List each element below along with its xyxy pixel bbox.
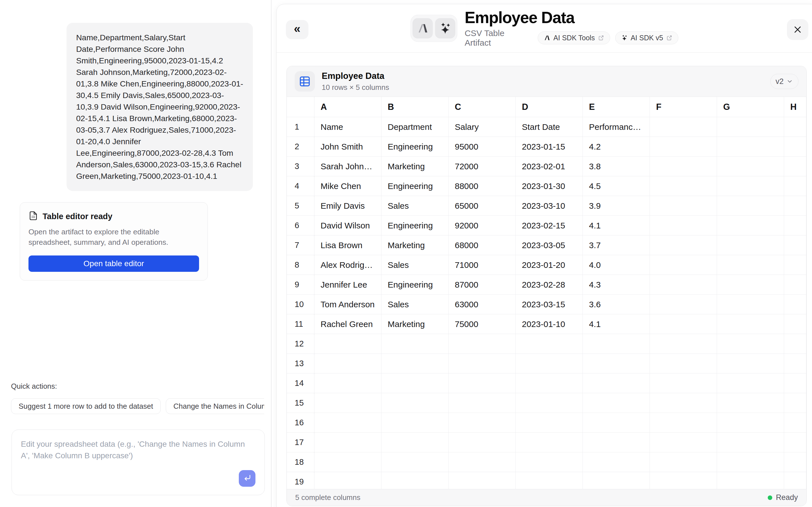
version-select[interactable]: v2 [770, 74, 799, 89]
grid-cell[interactable] [650, 137, 717, 157]
grid-cell[interactable] [650, 295, 717, 314]
grid-cell[interactable]: 2023-03-10 [516, 196, 583, 216]
grid-cell[interactable] [314, 452, 382, 472]
quick-action-change-names[interactable]: Change the Names in Column A [166, 398, 264, 414]
grid-cell[interactable]: 2023-01-30 [516, 176, 583, 196]
grid-cell[interactable]: 72000 [449, 157, 516, 176]
column-header-b[interactable]: B [382, 97, 449, 117]
grid-cell[interactable]: 2023-01-10 [516, 314, 583, 334]
row-number[interactable]: 12 [287, 334, 314, 354]
grid-cell[interactable] [650, 117, 717, 137]
grid-cell[interactable] [650, 196, 717, 216]
grid-cell[interactable] [449, 354, 516, 374]
grid-cell[interactable]: Sales [382, 255, 449, 275]
row-number[interactable]: 10 [287, 295, 314, 314]
grid-cell[interactable] [516, 472, 583, 489]
grid-cell[interactable] [784, 157, 806, 176]
row-number[interactable]: 13 [287, 354, 314, 374]
grid-cell[interactable] [717, 176, 784, 196]
grid-cell[interactable]: Marketing [382, 157, 449, 176]
grid-cell[interactable] [583, 472, 650, 489]
grid-cell[interactable]: Lisa Brown [314, 235, 382, 255]
column-header-a[interactable]: A [314, 97, 382, 117]
grid-cell[interactable] [583, 354, 650, 374]
grid-cell[interactable] [717, 472, 784, 489]
grid-cell[interactable] [650, 275, 717, 295]
grid-cell[interactable] [516, 413, 583, 433]
composer-input[interactable] [12, 430, 264, 495]
grid-cell[interactable]: 3.6 [583, 295, 650, 314]
grid-cell[interactable] [717, 255, 784, 275]
grid-cell[interactable]: Alex Rodriguez [314, 255, 382, 275]
row-number[interactable]: 5 [287, 196, 314, 216]
row-number[interactable]: 8 [287, 255, 314, 275]
grid-cell[interactable]: Emily Davis [314, 196, 382, 216]
grid-cell[interactable]: 4.1 [583, 314, 650, 334]
grid-cell[interactable] [650, 255, 717, 275]
grid-cell[interactable] [449, 472, 516, 489]
grid-cell[interactable]: Sarah Johnson [314, 157, 382, 176]
grid-cell[interactable]: 75000 [449, 314, 516, 334]
grid-cell[interactable] [784, 413, 806, 433]
column-header-g[interactable]: G [717, 97, 784, 117]
grid-cell[interactable]: Name [314, 117, 382, 137]
grid-cell[interactable]: 2023-03-05 [516, 235, 583, 255]
grid-cell[interactable] [583, 334, 650, 354]
grid-cell[interactable] [717, 393, 784, 413]
grid-cell[interactable] [650, 393, 717, 413]
row-number[interactable]: 4 [287, 176, 314, 196]
grid-cell[interactable] [449, 374, 516, 393]
grid-cell[interactable] [717, 295, 784, 314]
grid-cell[interactable] [382, 334, 449, 354]
grid-cell[interactable] [314, 393, 382, 413]
row-number[interactable]: 6 [287, 216, 314, 235]
row-number[interactable]: 14 [287, 374, 314, 393]
grid-cell[interactable] [717, 216, 784, 235]
collapse-button[interactable]: « [286, 20, 308, 39]
grid-cell[interactable]: 4.0 [583, 255, 650, 275]
grid-cell[interactable]: Engineering [382, 137, 449, 157]
grid-cell[interactable] [314, 374, 382, 393]
grid-cell[interactable] [516, 354, 583, 374]
row-number[interactable]: 16 [287, 413, 314, 433]
grid-cell[interactable] [382, 354, 449, 374]
grid-cell[interactable] [784, 196, 806, 216]
grid-cell[interactable] [650, 314, 717, 334]
grid-cell[interactable] [382, 472, 449, 489]
grid-cell[interactable]: 92000 [449, 216, 516, 235]
grid-cell[interactable] [650, 472, 717, 489]
grid-cell[interactable]: 2023-03-15 [516, 295, 583, 314]
grid-cell[interactable] [784, 354, 806, 374]
grid-cell[interactable] [650, 413, 717, 433]
column-header-d[interactable]: D [516, 97, 583, 117]
grid-cell[interactable]: 2023-02-15 [516, 216, 583, 235]
grid-cell[interactable] [583, 413, 650, 433]
grid-cell[interactable] [784, 374, 806, 393]
grid-cell[interactable] [717, 314, 784, 334]
grid-cell[interactable]: Sales [382, 196, 449, 216]
row-number[interactable]: 19 [287, 472, 314, 489]
grid-cell[interactable] [784, 216, 806, 235]
grid-cell[interactable]: Rachel Green [314, 314, 382, 334]
grid-cell[interactable]: 71000 [449, 255, 516, 275]
row-number[interactable]: 18 [287, 452, 314, 472]
grid-corner-cell[interactable] [287, 97, 314, 117]
grid-cell[interactable] [650, 235, 717, 255]
grid-cell[interactable] [717, 137, 784, 157]
grid-cell[interactable]: Engineering [382, 275, 449, 295]
grid-cell[interactable] [314, 433, 382, 452]
grid-cell[interactable]: Start Date [516, 117, 583, 137]
grid-cell[interactable] [717, 334, 784, 354]
grid-cell[interactable] [650, 452, 717, 472]
grid-cell[interactable] [382, 374, 449, 393]
grid-cell[interactable] [784, 393, 806, 413]
grid-cell[interactable] [717, 235, 784, 255]
grid-cell[interactable] [717, 374, 784, 393]
row-number[interactable]: 7 [287, 235, 314, 255]
grid-cell[interactable] [516, 374, 583, 393]
grid-cell[interactable] [784, 334, 806, 354]
column-header-c[interactable]: C [449, 97, 516, 117]
grid-cell[interactable]: 88000 [449, 176, 516, 196]
grid-cell[interactable]: 65000 [449, 196, 516, 216]
grid-cell[interactable]: 2023-01-20 [516, 255, 583, 275]
